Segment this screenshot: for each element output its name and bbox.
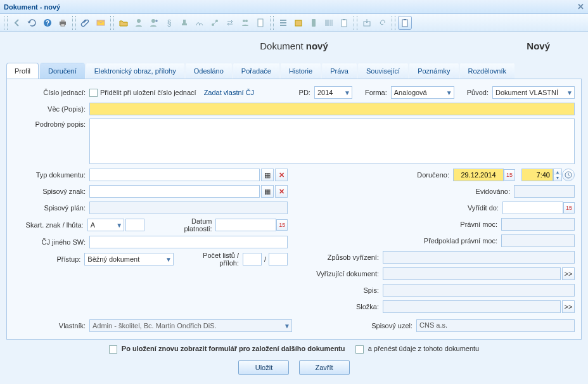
label-typ-dokumentu: Typ dokumentu: [13,171,89,179]
checkbox-pridelit-cj[interactable] [89,89,98,97]
label-forma: Forma: [365,89,391,96]
svg-rect-15 [258,19,263,27]
field-spisovy-plan [89,202,288,214]
tab-souvisejici[interactable]: Související [358,63,408,79]
svg-rect-22 [404,19,406,20]
calendar-doruceno-icon[interactable]: 15 [504,169,515,181]
footer-options: Po uložení znovu zobrazit formulář pro z… [0,340,588,356]
input-skart-lhuta[interactable] [125,219,144,231]
input-typ-dokumentu[interactable] [89,169,260,181]
close-icon[interactable]: ✕ [577,2,584,11]
tab-prava[interactable]: Práva [322,63,357,79]
input-doruceno-time[interactable] [521,169,553,181]
input-spisovy-znak[interactable] [89,185,260,198]
spinner-time[interactable]: ▲▼ [553,169,562,181]
input-pocet-listu[interactable] [243,253,262,266]
svg-point-14 [245,20,248,22]
combo-skart-znak[interactable]: A▼ [87,219,124,231]
person-icon[interactable] [132,16,146,30]
input-pocet-priloh[interactable] [269,253,288,266]
label-pravni-moc: Právní moc: [300,221,501,228]
more-vyriz-dokument[interactable]: >> [562,267,575,280]
button-bar: Uložit Zavřít [0,356,588,381]
stamp-icon[interactable] [177,16,191,30]
tab-rozdelovnik[interactable]: Rozdělovník [460,63,515,79]
person-add-icon[interactable] [147,16,161,30]
field-slozka [383,300,561,313]
combo-vlastnik[interactable]: Admin - školitel, Bc. Martin Ondřich DiS… [89,319,292,332]
doc-icon[interactable] [253,16,267,30]
field-pravni-moc [501,218,575,231]
titlebar: Dokument - nový ✕ [0,0,588,14]
lookup-typ-dokumentu[interactable]: ▦ [261,169,274,181]
label-vyridit-do: Vyřídit do: [300,204,502,212]
combo-forma[interactable]: Analogová▼ [391,86,454,99]
tab-historie[interactable]: Historie [281,63,321,79]
checkbox-znovu-zobrazit[interactable] [109,345,117,354]
window-title: Dokument - nový [4,3,60,11]
barcode-icon[interactable] [322,16,336,30]
close-button[interactable]: Zavřít [299,360,350,375]
tab-odeslano[interactable]: Odesláno [186,63,232,79]
folder-icon[interactable] [117,16,131,30]
clear-typ-dokumentu[interactable]: ✕ [275,169,288,181]
label-predpoklad-pm: Předpoklad právní moc: [300,237,501,245]
calendar-vyridit-icon[interactable]: 15 [563,202,575,214]
clear-spisovy-znak[interactable]: ✕ [275,185,288,198]
attach-icon[interactable] [79,16,93,30]
closed-folder-icon[interactable] [291,16,305,30]
field-spis [383,284,575,297]
phone-icon[interactable] [307,16,321,30]
input-vec[interactable] [89,103,575,115]
tab-profil[interactable]: Profil [6,63,39,79]
section-icon[interactable]: § [162,16,176,30]
svg-rect-10 [183,20,186,23]
tab-doruceni[interactable]: Doručení [40,63,85,79]
checkbox-prenest-udaje[interactable] [355,345,364,354]
export-icon[interactable] [360,16,374,30]
input-vyridit-do[interactable] [502,202,563,214]
link-zadat-cj[interactable]: Zadat vlastní ČJ [204,89,254,96]
clipboard-icon[interactable] [337,16,351,30]
field-vyriz-dokument [383,267,561,280]
sign-icon[interactable] [193,16,207,30]
share-icon[interactable] [208,16,222,30]
print-icon[interactable] [56,16,70,30]
label-doruceno: Doručeno: [300,171,453,179]
paste-icon[interactable] [398,16,412,30]
label-puvod: Původ: [467,89,492,96]
combo-pristup[interactable]: Běžný dokument▼ [84,253,173,266]
svg-rect-19 [343,19,345,20]
label-spisovy-uzel: Spisový uzel: [371,322,416,330]
list-icon[interactable] [276,16,290,30]
link-icon[interactable] [375,16,389,30]
clock-now-icon[interactable] [562,169,575,181]
input-cj-sw[interactable] [89,236,288,248]
input-doruceno-date[interactable] [453,169,504,181]
group-icon[interactable] [238,16,252,30]
tabstrip: Profil Doručení Elektronický obraz, příl… [6,63,582,79]
mail-icon[interactable] [94,16,108,30]
refresh-icon[interactable] [25,16,39,30]
back-icon[interactable] [10,16,24,30]
save-button[interactable]: Uložit [238,360,289,375]
combo-puvod[interactable]: Dokument VLASTNÍ▼ [492,86,575,99]
label-spisovy-znak: Spisový znak: [13,188,89,195]
calendar-datum-platnosti-icon[interactable]: 15 [276,219,288,231]
swap-icon[interactable] [223,16,237,30]
label-cj-sw: ČJ jiného SW: [13,238,89,246]
combo-pd[interactable]: 2014▼ [314,86,352,99]
tab-poradace[interactable]: Pořadače [233,63,279,79]
textarea-podrobny-popis[interactable] [89,118,575,164]
input-datum-platnosti[interactable] [215,219,276,231]
label-pocet-listu: Počet listů / příloh: [186,252,243,267]
svg-point-6 [137,19,141,23]
more-slozka[interactable]: >> [562,300,575,313]
field-predpoklad-pm [501,234,575,247]
help-icon[interactable]: ? [41,16,54,30]
lookup-spisovy-znak[interactable]: ▦ [261,185,274,198]
tab-eobraz[interactable]: Elektronický obraz, přílohy [86,63,184,79]
tab-poznamky[interactable]: Poznámky [409,63,458,79]
svg-text:§: § [167,18,172,27]
label-spisovy-plan: Spisový plán: [13,204,89,212]
